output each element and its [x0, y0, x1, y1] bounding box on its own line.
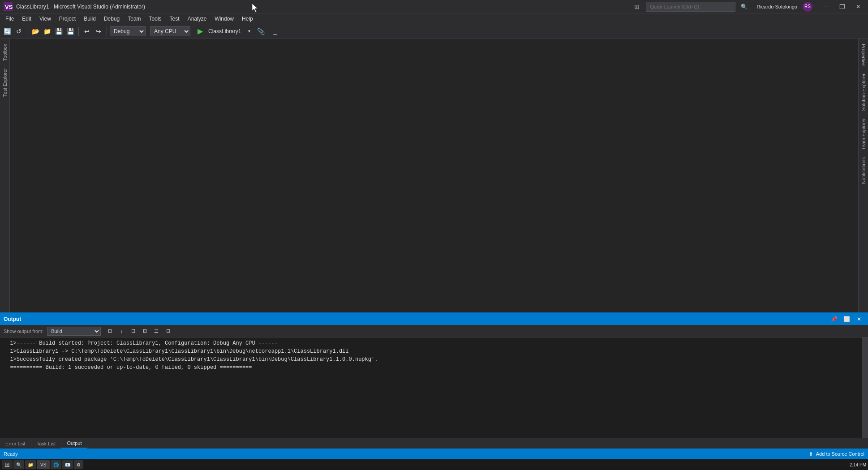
- output-toolbar-btn3[interactable]: ⊟: [128, 326, 138, 337]
- sidebar-item-test-explorer[interactable]: Test Explorer: [1, 64, 9, 100]
- show-output-from-label: Show output from:: [4, 329, 43, 334]
- menu-tools[interactable]: Tools: [146, 15, 165, 23]
- output-toolbar-btn1[interactable]: ⊞: [104, 326, 115, 337]
- undo2-button[interactable]: ↩: [82, 26, 92, 37]
- menu-project[interactable]: Project: [56, 15, 79, 23]
- attach-button[interactable]: 📎: [255, 26, 266, 37]
- taskbar-item-3[interactable]: 🌐: [51, 460, 61, 469]
- output-scrollbar[interactable]: [862, 338, 868, 447]
- output-toolbar: Show output from: Build Debug Package Ma…: [0, 325, 868, 338]
- toolbar: 🔄 ↺ 📂 📁 💾 💾 ↩ ↪ Debug Release Any CPU x8…: [0, 24, 868, 38]
- restore-button[interactable]: ❐: [836, 2, 848, 12]
- user-name: Ricardo Sotolongo: [756, 4, 797, 9]
- menu-build[interactable]: Build: [80, 15, 99, 23]
- menu-team[interactable]: Team: [124, 15, 144, 23]
- menu-bar: File Edit View Project Build Debug Team …: [0, 13, 868, 24]
- sidebar-item-team-explorer[interactable]: Team Explorer: [860, 115, 867, 154]
- menu-help[interactable]: Help: [238, 15, 257, 23]
- title-bar: VS ClassLibrary1 - Microsoft Visual Stud…: [0, 0, 868, 13]
- new-project-button[interactable]: 🔄: [2, 26, 13, 37]
- output-title-controls: 📌 ⬜ ✕: [829, 314, 864, 325]
- filter-icon[interactable]: ⊞: [634, 3, 640, 10]
- tab-output[interactable]: Output: [61, 439, 87, 449]
- open2-button[interactable]: 📁: [42, 26, 52, 37]
- taskbar-item-1[interactable]: 🔍: [13, 460, 24, 469]
- output-content[interactable]: 1>------ Build started: Project: ClassLi…: [0, 338, 862, 447]
- taskbar-time: 2:14 PM: [850, 462, 866, 467]
- sidebar-item-properties[interactable]: Properties: [860, 40, 867, 70]
- tab-task-list[interactable]: Task List: [31, 439, 62, 448]
- output-toolbar-btn4[interactable]: ⊞: [139, 326, 150, 337]
- tab-error-list[interactable]: Error List: [0, 439, 31, 448]
- run-button[interactable]: ▶: [195, 26, 206, 37]
- svg-text:VS: VS: [5, 4, 13, 10]
- menu-edit[interactable]: Edit: [18, 15, 35, 23]
- output-toolbar-btn6[interactable]: ⊡: [163, 326, 173, 337]
- menu-view[interactable]: View: [36, 15, 55, 23]
- menu-test[interactable]: Test: [166, 15, 183, 23]
- title-bar-text: ClassLibrary1 - Microsoft Visual Studio …: [16, 4, 634, 10]
- dropdown-arrow[interactable]: ▾: [244, 26, 254, 37]
- source-control-label[interactable]: Add to Source Control: [816, 451, 864, 457]
- sidebar-item-solution-explorer[interactable]: Solution Explorer: [860, 70, 867, 115]
- startup-project-label: ClassLibrary1: [206, 28, 243, 34]
- output-panel-title: Output: [4, 316, 21, 322]
- menu-analyze[interactable]: Analyze: [184, 15, 211, 23]
- save-all-button[interactable]: 💾: [65, 26, 76, 37]
- taskbar-right: 2:14 PM: [850, 462, 866, 467]
- config-dropdown[interactable]: Debug Release: [110, 26, 146, 36]
- status-right: ⬆ Add to Source Control: [809, 451, 864, 457]
- save-button[interactable]: 💾: [53, 26, 64, 37]
- status-ready: Ready: [4, 451, 18, 457]
- avatar: RS: [803, 2, 812, 12]
- panel-tab-bar: Error List Task List Output: [0, 438, 868, 449]
- extra-button[interactable]: _: [270, 26, 280, 37]
- output-line-1: 1>------ Build started: Project: ClassLi…: [4, 339, 858, 347]
- output-toolbar-buttons: ⊞ ↓ ⊟ ⊞ ☰ ⊡: [104, 326, 173, 337]
- close-button[interactable]: ✕: [852, 2, 864, 12]
- windows-taskbar: ⊞ 🔍 📁 VS 🌐 📧 ⚙ 2:14 PM: [0, 459, 868, 470]
- output-toolbar-btn5[interactable]: ☰: [151, 326, 162, 337]
- output-line-4: ========== Build: 1 succeeded or up-to-d…: [4, 363, 858, 372]
- minimize-button[interactable]: −: [820, 2, 832, 12]
- search-icon: 🔍: [741, 4, 748, 10]
- open-button[interactable]: 📂: [30, 26, 41, 37]
- redo-button[interactable]: ↪: [93, 26, 104, 37]
- output-line-3: 1>Successfully created package 'C:\Temp\…: [4, 355, 858, 363]
- output-panel: Output 📌 ⬜ ✕ Show output from: Build Deb…: [0, 312, 868, 447]
- undo-button[interactable]: ↺: [13, 26, 24, 37]
- taskbar-item-2[interactable]: 📁: [25, 460, 36, 469]
- source-control-icon: ⬆: [809, 451, 813, 457]
- taskbar-start[interactable]: ⊞: [2, 460, 13, 469]
- menu-file[interactable]: File: [2, 15, 17, 23]
- sidebar-item-toolbox[interactable]: Toolbox: [1, 40, 9, 64]
- output-line-2: 1>ClassLibrary1 -> C:\Temp\ToDelete\Clas…: [4, 347, 858, 355]
- title-bar-controls: ⊞ 🔍 Ricardo Sotolongo RS − ❐ ✕: [634, 2, 864, 12]
- output-toolbar-btn2[interactable]: ↓: [116, 326, 127, 337]
- output-pin-button[interactable]: 📌: [829, 314, 839, 325]
- output-title-bar: Output 📌 ⬜ ✕: [0, 313, 868, 325]
- quick-launch-input[interactable]: [646, 2, 735, 12]
- platform-dropdown[interactable]: Any CPU x86 x64: [150, 26, 190, 36]
- menu-debug[interactable]: Debug: [100, 15, 123, 23]
- taskbar-item-5[interactable]: ⚙: [74, 460, 83, 469]
- menu-window[interactable]: Window: [211, 15, 237, 23]
- vs-logo: VS: [4, 2, 13, 11]
- taskbar-item-4[interactable]: 📧: [62, 460, 73, 469]
- output-close-button[interactable]: ✕: [854, 314, 864, 325]
- taskbar-vs[interactable]: VS: [37, 460, 50, 469]
- sidebar-item-notifications[interactable]: Notifications: [860, 154, 867, 188]
- output-float-button[interactable]: ⬜: [841, 314, 852, 325]
- output-source-select[interactable]: Build Debug Package Manager: [47, 327, 101, 336]
- status-bar: Ready ⬆ Add to Source Control: [0, 449, 868, 459]
